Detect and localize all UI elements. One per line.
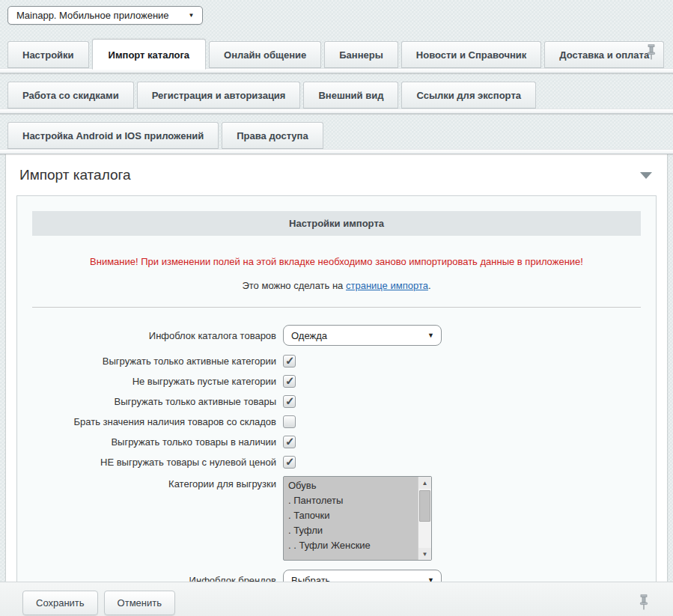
list-item[interactable]: . . Туфли Женские [284, 537, 418, 552]
pushpin-icon [639, 594, 649, 611]
field-label: Брать значения наличия товаров со складо… [32, 416, 283, 427]
import-page-link[interactable]: странице импорта [346, 280, 428, 291]
pushpin-icon [646, 44, 657, 61]
tab-nastroyka-android-ios[interactable]: Настройка Android и IOS приложений [7, 122, 219, 149]
tab-novosti-i-spravochnik[interactable]: Новости и Справочник [401, 41, 541, 68]
tab-row-3: Настройка Android и IOS приложений Права… [0, 122, 673, 149]
form-row-checkbox: Выгружать только активные товары [32, 395, 641, 408]
field-label: Инфоблок брендов [32, 575, 283, 582]
tab-ssylki-dlya-eksporta[interactable]: Ссылки для экспорта [401, 82, 536, 109]
warning-text: Внимание! При изменении полей на этой вк… [32, 256, 641, 267]
skip-empty-categories-checkbox[interactable] [283, 375, 296, 388]
no-zero-price-checkbox[interactable] [283, 456, 296, 469]
field-label: Не выгружать пустые категории [32, 376, 283, 387]
action-bar: Сохранить Отменить [0, 582, 673, 616]
in-stock-only-checkbox[interactable] [283, 436, 296, 448]
field-label: НЕ выгружать товары с нулевой ценой [32, 457, 283, 468]
cancel-button[interactable]: Отменить [104, 591, 175, 615]
select-arrow-icon: ▼ [427, 332, 434, 339]
top-bar: Mainapp. Мобильное приложение ▼ [0, 0, 673, 24]
save-button[interactable]: Сохранить [22, 591, 98, 615]
tab-row-1: Настройки Импорт каталога Онлайн общение… [0, 39, 673, 68]
active-products-checkbox[interactable] [283, 395, 296, 408]
field-label: Выгружать только активные категории [32, 356, 283, 367]
scroll-up-icon[interactable]: ▲ [418, 477, 431, 489]
import-settings-box: Настройки импорта Внимание! При изменени… [16, 195, 657, 582]
scroll-down-icon[interactable]: ▼ [418, 548, 431, 560]
active-categories-checkbox[interactable] [283, 355, 296, 368]
form-row-checkbox: Не выгружать пустые категории [32, 375, 641, 388]
chevron-down-icon: ▼ [189, 12, 195, 19]
listbox-scrollbar[interactable]: ▲ ▼ [418, 477, 431, 560]
catalog-iblock-select[interactable]: Одежда ▼ [283, 325, 442, 346]
field-label: Категории для выгрузки [32, 476, 283, 490]
list-item[interactable]: . Пантолеты [284, 493, 418, 507]
tab-vneshniy-vid[interactable]: Внешний вид [303, 82, 398, 109]
form-row-categories: Категории для выгрузки Обувь . Пантолеты… [32, 476, 641, 561]
category-options: Обувь . Пантолеты . Тапочки . Туфли . . … [284, 477, 418, 560]
note-text: Это можно сделать на странице импорта. [32, 280, 641, 291]
pin-tabs-icon[interactable] [646, 44, 657, 61]
form-row-checkbox: Выгружать только активные категории [32, 355, 641, 368]
section-header: Импорт каталога [6, 154, 667, 190]
tab-import-kataloga[interactable]: Импорт каталога [92, 39, 207, 70]
tab-strip-divider-2 [0, 109, 673, 114]
tab-rabota-so-skidkami[interactable]: Работа со скидками [7, 82, 134, 109]
page-title: Импорт каталога [19, 167, 131, 183]
field-label: Выгружать только активные товары [32, 396, 283, 407]
field-label: Инфоблок каталога товаров [32, 330, 283, 341]
brands-iblock-select[interactable]: Выбрать ▼ [283, 570, 442, 582]
form-row-brands-iblock: Инфоблок брендов Выбрать ▼ [32, 570, 641, 582]
form-row-catalog-iblock: Инфоблок каталога товаров Одежда ▼ [32, 325, 641, 346]
note-prefix: Это можно сделать на [242, 280, 346, 291]
list-item[interactable]: Обувь [284, 478, 418, 493]
form-row-checkbox: Брать значения наличия товаров со складо… [32, 415, 641, 428]
selected-value: Выбрать [291, 575, 330, 582]
list-item[interactable]: . Тапочки [284, 507, 418, 522]
selected-value: Одежда [291, 330, 327, 341]
form-row-checkbox: НЕ выгружать товары с нулевой ценой [32, 456, 641, 469]
form-row-checkbox: Выгружать только товары в наличии [32, 436, 641, 448]
app-switcher-dropdown[interactable]: Mainapp. Мобильное приложение ▼ [7, 6, 203, 25]
tab-prava-dostupa[interactable]: Права доступа [222, 122, 323, 149]
categories-multiselect[interactable]: Обувь . Пантолеты . Тапочки . Туфли . . … [283, 476, 432, 561]
tab-nastroyki[interactable]: Настройки [7, 41, 89, 68]
divider [32, 307, 641, 308]
collapse-section-icon[interactable] [640, 172, 652, 179]
scrollbar-track[interactable] [418, 489, 431, 548]
scrollbar-thumb[interactable] [419, 490, 430, 522]
field-label: Выгружать только товары в наличии [32, 436, 283, 448]
tab-registratsiya-i-avtorizatsiya[interactable]: Регистрация и авторизация [137, 82, 301, 109]
list-item[interactable]: . Туфли [284, 522, 418, 537]
app-switcher-label: Mainapp. Мобильное приложение [16, 10, 169, 21]
tab-row-2: Работа со скидками Регистрация и авториз… [0, 82, 673, 109]
pin-actionbar-icon[interactable] [639, 594, 649, 615]
content-panel: Импорт каталога Настройки импорта Вниман… [6, 154, 667, 582]
tab-strip-divider-3 [0, 149, 673, 154]
tab-onlayn-obshchenie[interactable]: Онлайн общение [209, 41, 321, 68]
note-suffix: . [428, 280, 431, 291]
stock-values-checkbox[interactable] [283, 415, 296, 428]
box-header: Настройки импорта [32, 211, 641, 236]
select-arrow-icon: ▼ [427, 576, 434, 582]
tab-bannery[interactable]: Баннеры [324, 41, 398, 68]
